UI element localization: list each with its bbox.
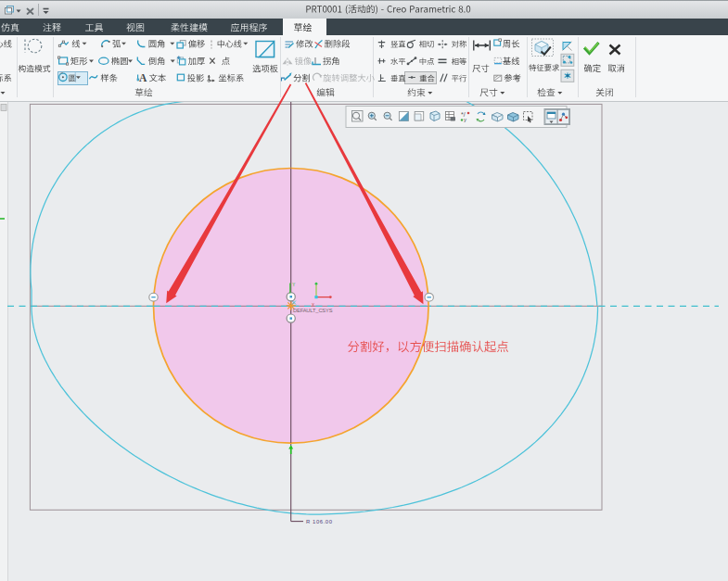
svg-text:Y: Y — [292, 283, 295, 287]
svg-text:R 106.00: R 106.00 — [306, 519, 333, 524]
svg-text:y: y — [464, 117, 466, 122]
svg-text:X: X — [312, 303, 314, 308]
svg-text:DEFAULT_CSYS: DEFAULT_CSYS — [293, 308, 333, 313]
svg-text:A: A — [139, 72, 147, 83]
